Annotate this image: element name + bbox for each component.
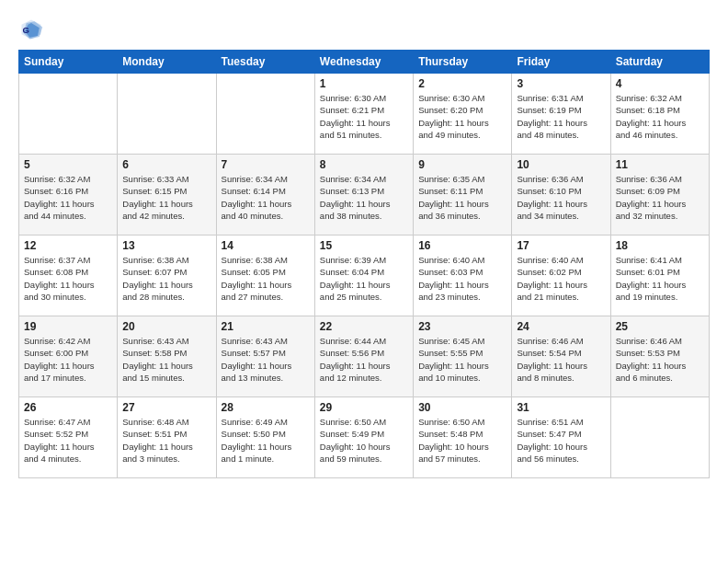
day-cell: 31Sunrise: 6:51 AMSunset: 5:47 PMDayligh… [512,397,610,478]
day-number: 30 [418,401,506,414]
day-info: Sunrise: 6:34 AMSunset: 6:13 PMDaylight:… [320,173,408,222]
logo: G [18,17,48,42]
day-info: Sunrise: 6:45 AMSunset: 5:55 PMDaylight:… [418,335,506,384]
day-number: 15 [320,239,408,252]
day-info: Sunrise: 6:48 AMSunset: 5:51 PMDaylight:… [122,416,210,465]
day-info: Sunrise: 6:32 AMSunset: 6:16 PMDaylight:… [24,173,112,222]
day-cell: 10Sunrise: 6:36 AMSunset: 6:10 PMDayligh… [512,155,610,236]
day-number: 22 [320,320,408,333]
week-row-2: 5Sunrise: 6:32 AMSunset: 6:16 PMDaylight… [19,155,710,236]
day-number: 1 [320,77,408,90]
weekday-header-friday: Friday [512,51,610,74]
day-info: Sunrise: 6:34 AMSunset: 6:14 PMDaylight:… [222,173,310,222]
day-info: Sunrise: 6:50 AMSunset: 5:49 PMDaylight:… [320,416,408,465]
day-info: Sunrise: 6:37 AMSunset: 6:08 PMDaylight:… [24,254,112,303]
day-number: 4 [616,77,704,90]
day-number: 29 [320,401,408,414]
week-row-5: 26Sunrise: 6:47 AMSunset: 5:52 PMDayligh… [19,397,710,478]
day-info: Sunrise: 6:38 AMSunset: 6:07 PMDaylight:… [122,254,210,303]
day-number: 25 [616,320,704,333]
day-number: 5 [24,158,112,171]
day-cell: 16Sunrise: 6:40 AMSunset: 6:03 PMDayligh… [414,236,512,316]
day-number: 20 [122,320,210,333]
day-cell [19,74,118,155]
day-info: Sunrise: 6:32 AMSunset: 6:18 PMDaylight:… [616,92,704,141]
day-cell: 28Sunrise: 6:49 AMSunset: 5:50 PMDayligh… [216,397,314,478]
day-number: 21 [222,320,310,333]
logo-icon: G [18,17,44,42]
day-cell: 30Sunrise: 6:50 AMSunset: 5:48 PMDayligh… [414,397,512,478]
day-cell: 11Sunrise: 6:36 AMSunset: 6:09 PMDayligh… [610,155,709,236]
day-number: 2 [418,77,506,90]
day-info: Sunrise: 6:46 AMSunset: 5:54 PMDaylight:… [517,335,605,384]
week-row-1: 1Sunrise: 6:30 AMSunset: 6:21 PMDaylight… [19,74,710,155]
day-cell: 13Sunrise: 6:38 AMSunset: 6:07 PMDayligh… [118,236,216,316]
day-cell: 1Sunrise: 6:30 AMSunset: 6:21 PMDaylight… [314,74,413,155]
day-number: 28 [222,401,310,414]
day-info: Sunrise: 6:43 AMSunset: 5:57 PMDaylight:… [222,335,310,384]
day-number: 17 [517,239,605,252]
day-cell: 29Sunrise: 6:50 AMSunset: 5:49 PMDayligh… [314,397,413,478]
day-number: 31 [517,401,605,414]
day-info: Sunrise: 6:40 AMSunset: 6:03 PMDaylight:… [418,254,506,303]
day-cell: 12Sunrise: 6:37 AMSunset: 6:08 PMDayligh… [19,236,118,316]
weekday-header-row: SundayMondayTuesdayWednesdayThursdayFrid… [19,51,710,74]
weekday-header-monday: Monday [118,51,216,74]
day-number: 18 [616,239,704,252]
svg-text:G: G [22,25,28,35]
day-number: 13 [122,239,210,252]
weekday-header-saturday: Saturday [610,51,709,74]
day-info: Sunrise: 6:49 AMSunset: 5:50 PMDaylight:… [222,416,310,465]
day-info: Sunrise: 6:46 AMSunset: 5:53 PMDaylight:… [616,335,704,384]
day-info: Sunrise: 6:30 AMSunset: 6:21 PMDaylight:… [320,92,408,141]
day-number: 10 [517,158,605,171]
day-cell: 18Sunrise: 6:41 AMSunset: 6:01 PMDayligh… [610,236,709,316]
day-cell: 17Sunrise: 6:40 AMSunset: 6:02 PMDayligh… [512,236,610,316]
day-cell: 20Sunrise: 6:43 AMSunset: 5:58 PMDayligh… [118,316,216,397]
day-info: Sunrise: 6:41 AMSunset: 6:01 PMDaylight:… [616,254,704,303]
day-cell: 23Sunrise: 6:45 AMSunset: 5:55 PMDayligh… [414,316,512,397]
day-cell: 3Sunrise: 6:31 AMSunset: 6:19 PMDaylight… [512,74,610,155]
day-number: 14 [222,239,310,252]
day-cell: 7Sunrise: 6:34 AMSunset: 6:14 PMDaylight… [216,155,314,236]
day-cell: 15Sunrise: 6:39 AMSunset: 6:04 PMDayligh… [314,236,413,316]
day-info: Sunrise: 6:50 AMSunset: 5:48 PMDaylight:… [418,416,506,465]
day-info: Sunrise: 6:35 AMSunset: 6:11 PMDaylight:… [418,173,506,222]
day-number: 3 [517,77,605,90]
day-cell: 25Sunrise: 6:46 AMSunset: 5:53 PMDayligh… [610,316,709,397]
day-cell: 21Sunrise: 6:43 AMSunset: 5:57 PMDayligh… [216,316,314,397]
day-info: Sunrise: 6:43 AMSunset: 5:58 PMDaylight:… [122,335,210,384]
week-row-3: 12Sunrise: 6:37 AMSunset: 6:08 PMDayligh… [19,236,710,316]
day-number: 9 [418,158,506,171]
week-row-4: 19Sunrise: 6:42 AMSunset: 6:00 PMDayligh… [19,316,710,397]
day-number: 11 [616,158,704,171]
day-cell: 24Sunrise: 6:46 AMSunset: 5:54 PMDayligh… [512,316,610,397]
day-info: Sunrise: 6:42 AMSunset: 6:00 PMDaylight:… [24,335,112,384]
day-info: Sunrise: 6:39 AMSunset: 6:04 PMDaylight:… [320,254,408,303]
day-number: 7 [222,158,310,171]
weekday-header-sunday: Sunday [19,51,118,74]
day-info: Sunrise: 6:47 AMSunset: 5:52 PMDaylight:… [24,416,112,465]
day-info: Sunrise: 6:40 AMSunset: 6:02 PMDaylight:… [517,254,605,303]
day-cell: 6Sunrise: 6:33 AMSunset: 6:15 PMDaylight… [118,155,216,236]
day-cell [610,397,709,478]
day-number: 26 [24,401,112,414]
day-number: 16 [418,239,506,252]
day-info: Sunrise: 6:51 AMSunset: 5:47 PMDaylight:… [517,416,605,465]
day-cell: 27Sunrise: 6:48 AMSunset: 5:51 PMDayligh… [118,397,216,478]
day-cell: 14Sunrise: 6:38 AMSunset: 6:05 PMDayligh… [216,236,314,316]
day-cell: 22Sunrise: 6:44 AMSunset: 5:56 PMDayligh… [314,316,413,397]
day-cell: 2Sunrise: 6:30 AMSunset: 6:20 PMDaylight… [414,74,512,155]
day-number: 27 [122,401,210,414]
day-info: Sunrise: 6:33 AMSunset: 6:15 PMDaylight:… [122,173,210,222]
day-info: Sunrise: 6:31 AMSunset: 6:19 PMDaylight:… [517,92,605,141]
weekday-header-wednesday: Wednesday [314,51,413,74]
day-number: 12 [24,239,112,252]
day-cell: 26Sunrise: 6:47 AMSunset: 5:52 PMDayligh… [19,397,118,478]
day-info: Sunrise: 6:36 AMSunset: 6:10 PMDaylight:… [517,173,605,222]
day-cell: 4Sunrise: 6:32 AMSunset: 6:18 PMDaylight… [610,74,709,155]
page: G SundayMondayTuesdayWednesdayThursdayFr… [0,0,728,563]
day-number: 19 [24,320,112,333]
day-info: Sunrise: 6:36 AMSunset: 6:09 PMDaylight:… [616,173,704,222]
day-info: Sunrise: 6:38 AMSunset: 6:05 PMDaylight:… [222,254,310,303]
